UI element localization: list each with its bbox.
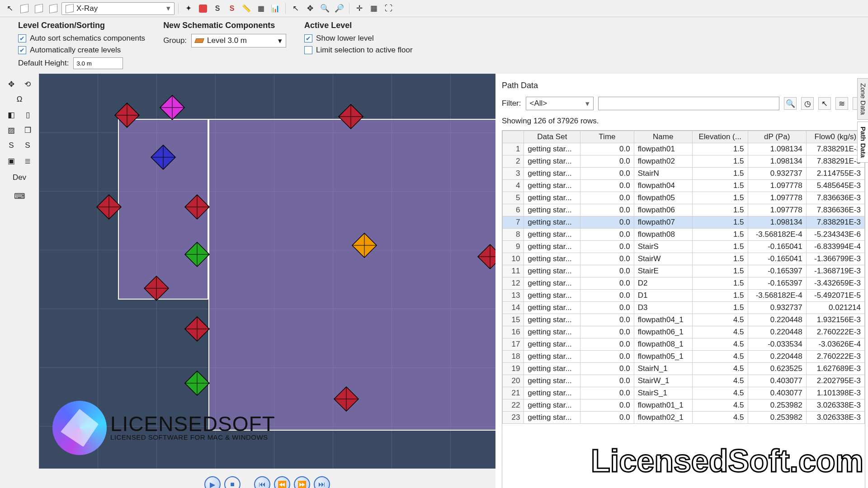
limit-selection-checkbox[interactable] — [304, 46, 312, 54]
auto-sort-checkbox[interactable] — [18, 34, 26, 42]
table-row[interactable]: 12getting star...0.0D21.5-0.165397-3.432… — [503, 277, 865, 290]
table-row[interactable]: 19getting star...0.0StairN_14.50.6235251… — [503, 363, 865, 375]
col-header[interactable]: Flow0 (kg/s) — [806, 131, 864, 143]
table-row[interactable]: 4getting star...0.0flowpath041.51.097778… — [503, 180, 865, 192]
table-row[interactable]: 17getting star...0.0flowpath08_14.5-0.03… — [503, 338, 865, 351]
forward-button[interactable]: ⏩ — [294, 476, 310, 488]
link-tool-icon[interactable]: Ω — [14, 94, 25, 105]
flow-node[interactable] — [184, 194, 210, 220]
filter-text-input[interactable] — [598, 97, 780, 110]
flow-node[interactable] — [96, 194, 122, 220]
cell-flow: -3.432659E-3 — [806, 277, 864, 290]
s-fill-icon[interactable]: S — [226, 2, 238, 15]
col-header[interactable]: Name — [634, 131, 692, 143]
table-row[interactable]: 10getting star...0.0StairW1.5-0.165041-1… — [503, 253, 865, 265]
pointer-icon[interactable]: ↖ — [818, 97, 831, 110]
group-dropdown[interactable]: Level 3.0 m ▾ — [191, 34, 286, 47]
col-header[interactable]: Elevation (... — [692, 131, 748, 143]
snap-icon[interactable]: ✦ — [182, 2, 195, 15]
skip-start-button[interactable]: ⏮ — [254, 476, 270, 488]
flow-node[interactable] — [159, 94, 185, 121]
table-row[interactable]: 21getting star...0.0StairS_14.50.4030771… — [503, 387, 865, 399]
table-row[interactable]: 2getting star...0.0flowpath021.51.098134… — [503, 155, 865, 168]
flow-node[interactable] — [338, 103, 364, 130]
flow-node[interactable] — [150, 144, 176, 170]
grid-icon[interactable]: ▦ — [368, 2, 380, 15]
room-outline — [208, 119, 495, 431]
table-row[interactable]: 7getting star...0.0flowpath071.51.098134… — [503, 216, 865, 229]
table-row[interactable]: 11getting star...0.0StairE1.5-0.165397-1… — [503, 265, 865, 277]
auto-create-checkbox[interactable] — [18, 46, 26, 54]
flow-node[interactable] — [184, 370, 210, 396]
molecule-icon[interactable] — [197, 2, 209, 15]
add-box-icon[interactable]: ▦ — [255, 2, 267, 15]
table-row[interactable]: 18getting star...0.0flowpath05_14.50.220… — [503, 351, 865, 363]
table-row[interactable]: 6getting star...0.0flowpath061.51.097778… — [503, 204, 865, 216]
cube-front-icon[interactable] — [18, 2, 31, 15]
flow-node[interactable] — [333, 386, 359, 412]
col-header[interactable]: Time — [580, 131, 634, 143]
schematic-canvas[interactable]: LICENSEDSOFT LICENSED SOFTWARE FOR MAC &… — [39, 74, 495, 469]
zoom-icon[interactable]: 🔍 — [318, 2, 331, 15]
table-row[interactable]: 15getting star...0.0flowpath04_14.50.220… — [503, 314, 865, 326]
flow-node[interactable] — [143, 275, 170, 301]
s-curve-icon[interactable]: S — [5, 140, 17, 151]
zoom-region-icon[interactable]: 🔎 — [333, 2, 345, 15]
search-icon[interactable]: 🔍 — [784, 97, 797, 110]
stop-button[interactable]: ■ — [224, 476, 241, 488]
flow-node[interactable] — [477, 244, 495, 270]
s-outline-icon[interactable]: S — [211, 2, 224, 15]
table-row[interactable]: 1getting star...0.0flowpath011.51.098134… — [503, 143, 865, 155]
skip-end-button[interactable]: ⏭ — [314, 476, 330, 488]
flow-node[interactable] — [114, 102, 140, 128]
table-row[interactable]: 8getting star...0.0flowpath081.5-3.56818… — [503, 229, 865, 241]
move-tool-icon[interactable]: ✥ — [5, 78, 17, 90]
ruler-icon[interactable]: 📏 — [240, 2, 253, 15]
select-arrow-icon[interactable]: ↖ — [289, 2, 302, 15]
cell-elev: 1.5 — [692, 277, 748, 290]
bars-icon[interactable]: ≣ — [22, 155, 33, 167]
col-header[interactable]: Data Set — [524, 131, 580, 143]
tab-path-data[interactable]: Path Data — [857, 122, 868, 163]
rewind-button[interactable]: ⏪ — [274, 476, 290, 488]
flow-node[interactable] — [351, 232, 377, 258]
s-curve2-icon[interactable]: S — [22, 140, 33, 151]
clock-icon[interactable]: ◷ — [801, 97, 814, 110]
table-row[interactable]: 22getting star...0.0flowpath01_14.50.253… — [503, 399, 865, 412]
shape-a-icon[interactable]: ◧ — [5, 109, 17, 121]
chart-icon[interactable]: 📊 — [269, 2, 282, 15]
crosshair-icon[interactable]: ✛ — [353, 2, 366, 15]
col-header[interactable]: dP (Pa) — [748, 131, 806, 143]
cube-side-icon[interactable] — [33, 2, 45, 15]
show-lower-checkbox[interactable] — [304, 34, 312, 42]
filter-icon[interactable]: ≋ — [835, 97, 848, 110]
default-height-input[interactable] — [73, 57, 123, 69]
flow-node[interactable] — [184, 241, 210, 267]
play-button[interactable]: ▶ — [204, 476, 221, 488]
filter-dropdown[interactable]: <All> ▾ — [526, 97, 594, 110]
table-row[interactable]: 20getting star...0.0StairW_14.50.4030772… — [503, 375, 865, 387]
cell-elev: 1.5 — [692, 216, 748, 229]
keyboard-icon[interactable]: ⌨ — [14, 190, 25, 202]
table-row[interactable]: 13getting star...0.0D11.5-3.568182E-4-5.… — [503, 290, 865, 302]
cube-iso-icon[interactable] — [47, 2, 60, 15]
table-row[interactable]: 5getting star...0.0flowpath051.51.097778… — [503, 192, 865, 204]
insert-icon[interactable]: ▣ — [5, 155, 17, 167]
row-num-header[interactable] — [503, 131, 524, 143]
box3d-icon[interactable]: ❒ — [22, 124, 33, 136]
data-table-wrap[interactable]: Data SetTimeNameElevation (...dP (Pa)Flo… — [502, 130, 865, 488]
view-mode-dropdown[interactable]: X-Ray ▾ — [61, 2, 175, 15]
rotate-tool-icon[interactable]: ⟲ — [22, 78, 33, 90]
table-row[interactable]: 16getting star...0.0flowpath06_14.50.220… — [503, 326, 865, 338]
move-icon[interactable]: ✥ — [304, 2, 316, 15]
tab-zone-data[interactable]: Zone Data — [857, 78, 868, 120]
flow-node[interactable] — [184, 316, 210, 342]
hatch-icon[interactable]: ▨ — [5, 124, 17, 136]
shape-b-icon[interactable]: ▯ — [22, 109, 33, 121]
expand-icon[interactable]: ⛶ — [382, 2, 395, 15]
table-row[interactable]: 14getting star...0.0D31.50.9327370.02121… — [503, 302, 865, 314]
table-row[interactable]: 23getting star...0.0flowpath02_14.50.253… — [503, 412, 865, 424]
table-row[interactable]: 9getting star...0.0StairS1.5-0.165041-6.… — [503, 241, 865, 253]
cursor-icon[interactable]: ↖ — [4, 2, 16, 15]
table-row[interactable]: 3getting star...0.0StairN1.50.9327372.11… — [503, 168, 865, 180]
